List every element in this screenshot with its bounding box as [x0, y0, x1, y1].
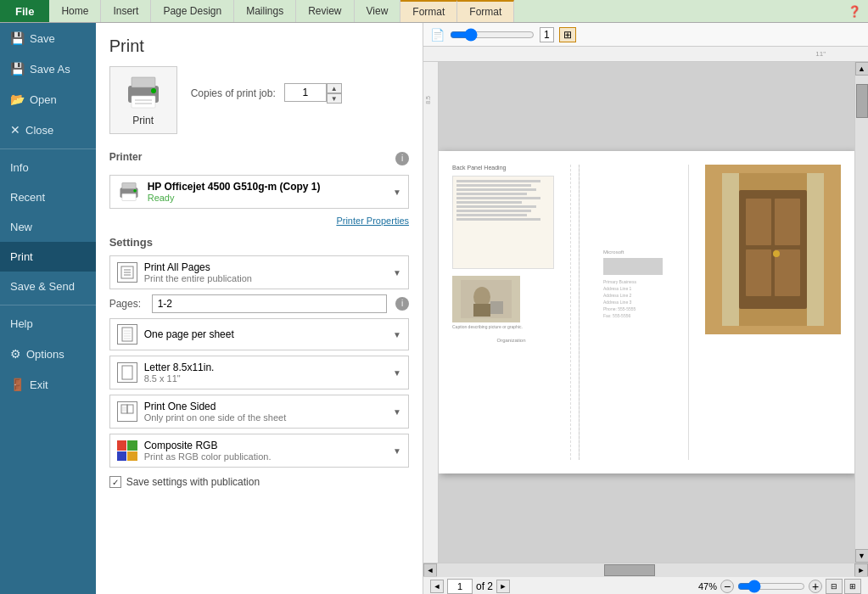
copies-decrement[interactable]: ▼: [327, 93, 342, 104]
printer-properties-link[interactable]: Printer Properties: [109, 216, 409, 226]
tab-page-design[interactable]: Page Design: [151, 0, 234, 22]
print-all-pages-arrow: ▼: [393, 268, 401, 277]
tab-format-1[interactable]: Format: [400, 0, 457, 22]
vertical-ruler: 8.5: [423, 62, 439, 563]
sidebar-item-save-as[interactable]: 💾 Save As: [0, 53, 96, 84]
scroll-track-h: [437, 563, 854, 577]
zoom-in-button[interactable]: +: [809, 580, 822, 593]
sidebar-item-open[interactable]: 📂 Open: [0, 84, 96, 115]
svg-rect-28: [490, 301, 503, 314]
sidebar-item-info[interactable]: Info: [0, 153, 96, 182]
printer-info-icon[interactable]: i: [395, 152, 409, 165]
one-sided-main: Print One Sided: [144, 401, 287, 412]
svg-rect-2: [132, 96, 155, 108]
preview-multiple-pages-icon[interactable]: ⊞: [559, 27, 576, 42]
setting-composite-rgb[interactable]: Composite RGB Print as RGB color publica…: [109, 434, 409, 468]
pages-row: Pages: i: [109, 294, 409, 313]
letter-size-arrow: ▼: [393, 368, 401, 378]
composite-rgb-icon: [117, 440, 137, 461]
printer-status: Ready: [148, 193, 321, 203]
pages-info-icon[interactable]: i: [395, 297, 409, 311]
svg-rect-36: [722, 173, 739, 326]
sidebar-item-new[interactable]: New: [0, 212, 96, 242]
sidebar-item-recent[interactable]: Recent: [0, 182, 96, 212]
scroll-left-button[interactable]: ◄: [423, 563, 437, 577]
exit-icon: 🚪: [10, 378, 25, 391]
copies-row: Copies of print job: ▲ ▼: [191, 83, 342, 104]
setting-one-page-per-sheet[interactable]: One page per sheet ▼: [109, 318, 409, 350]
copies-spinner: ▲ ▼: [327, 83, 342, 104]
copies-increment[interactable]: ▲: [327, 83, 342, 93]
preview-content-area: 8.5 Back Panel Heading: [423, 62, 868, 563]
document-preview: Back Panel Heading: [439, 151, 854, 474]
svg-rect-32: [775, 199, 800, 245]
save-settings-row: ✓ Save settings with publication: [109, 476, 409, 488]
back-panel-heading: Back Panel Heading: [452, 165, 570, 171]
print-all-pages-main: Print All Pages: [144, 261, 252, 273]
one-page-icon: [117, 324, 137, 345]
printer-selector[interactable]: HP Officejet 4500 G510g-m (Copy 1) Ready…: [109, 175, 409, 209]
scroll-up-button[interactable]: ▲: [855, 62, 869, 76]
current-page-input[interactable]: [447, 579, 473, 594]
one-page-arrow: ▼: [393, 330, 401, 339]
help-icon[interactable]: ❓: [848, 5, 861, 18]
tab-insert[interactable]: Insert: [101, 0, 151, 22]
preview-page-count-icon: 1: [540, 27, 554, 42]
svg-rect-14: [122, 328, 132, 341]
setting-print-one-sided[interactable]: Print One Sided Only print on one side o…: [109, 395, 409, 429]
scroll-thumb-v[interactable]: [856, 84, 868, 118]
zoom-out-button[interactable]: −: [720, 580, 734, 593]
open-icon: 📂: [10, 92, 25, 106]
setting-print-all-pages[interactable]: Print All Pages Print the entire publica…: [109, 255, 409, 289]
tab-mailings[interactable]: Mailings: [234, 0, 296, 22]
print-btn-label: Print: [132, 115, 154, 126]
pages-input[interactable]: [152, 294, 387, 313]
organization-label: Organization: [452, 338, 570, 343]
tab-view[interactable]: View: [355, 0, 401, 22]
tab-format-2[interactable]: Format: [457, 0, 514, 22]
scroll-thumb-h[interactable]: [604, 564, 655, 576]
sidebar-item-info-label: Info: [10, 161, 29, 174]
sidebar-item-print-label: Print: [10, 250, 33, 263]
sidebar-item-exit[interactable]: 🚪 Exit: [0, 369, 96, 400]
tab-home[interactable]: Home: [49, 0, 101, 22]
save-settings-checkbox[interactable]: ✓: [109, 476, 121, 488]
tab-review[interactable]: Review: [296, 0, 354, 22]
sidebar-item-options[interactable]: ⚙ Options: [0, 339, 96, 369]
tab-file[interactable]: File: [0, 0, 49, 22]
copies-input[interactable]: [284, 83, 327, 102]
ms-logo-label: Microsoft: [603, 249, 684, 255]
print-button[interactable]: Print: [109, 66, 177, 134]
zoom-slider[interactable]: [737, 580, 805, 593]
letter-size-sub: 8.5 x 11": [144, 373, 215, 384]
settings-section-label: Settings: [109, 236, 409, 249]
sidebar-item-close[interactable]: ✕ Close: [0, 115, 96, 145]
zoom-controls: 47% − + ⊟ ⊞: [698, 579, 861, 594]
prev-page-button[interactable]: ◄: [430, 580, 444, 593]
print-all-pages-sub: Print the entire publication: [144, 273, 252, 283]
next-page-button[interactable]: ►: [496, 580, 510, 593]
letter-size-icon: [117, 362, 137, 383]
brochure-caption: Caption describing picture or graphic.: [452, 324, 570, 329]
multi-page-view-button[interactable]: ⊞: [844, 579, 861, 594]
save-as-icon: 💾: [10, 62, 25, 76]
scroll-down-button[interactable]: ▼: [855, 549, 869, 563]
svg-rect-33: [746, 249, 771, 296]
zoom-percent-label: 47%: [698, 581, 717, 591]
svg-point-9: [133, 189, 137, 193]
sidebar-item-save[interactable]: 💾 Save: [0, 23, 96, 53]
copies-label: Copies of print job:: [191, 87, 276, 99]
sidebar-item-recent-label: Recent: [10, 191, 45, 204]
preview-panel: 📄 1 ⊞ 11" 8.5: [423, 23, 868, 594]
sidebar-item-print[interactable]: Print: [0, 242, 96, 272]
sidebar-item-help[interactable]: Help: [0, 309, 96, 339]
print-panel: Print Print Copies of print job:: [96, 23, 423, 594]
preview-zoom-slider-top[interactable]: [450, 28, 535, 42]
scroll-right-button[interactable]: ►: [854, 563, 868, 577]
setting-letter-size[interactable]: Letter 8.5x11in. 8.5 x 11" ▼: [109, 356, 409, 389]
sidebar-item-save-send[interactable]: Save & Send: [0, 272, 96, 301]
svg-rect-34: [775, 249, 800, 296]
one-sided-arrow: ▼: [393, 407, 401, 417]
single-page-view-button[interactable]: ⊟: [826, 579, 843, 594]
scroll-track-v: [855, 76, 869, 549]
